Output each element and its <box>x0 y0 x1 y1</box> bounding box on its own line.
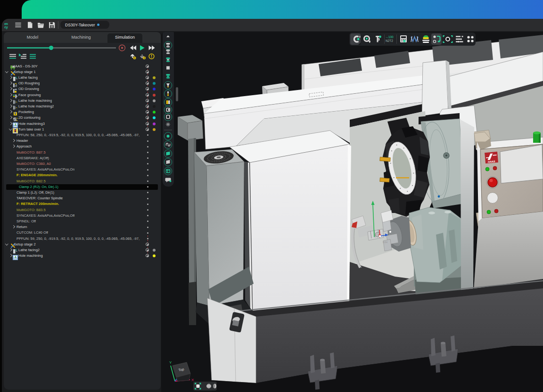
svg-text:→100: →100 <box>385 35 394 39</box>
svg-text:N2T2: N2T2 <box>386 39 393 42</box>
svg-text:cy: cy <box>4 25 8 29</box>
svg-text:Y: Y <box>169 360 172 365</box>
svg-text:GS4: GS4 <box>383 241 387 244</box>
